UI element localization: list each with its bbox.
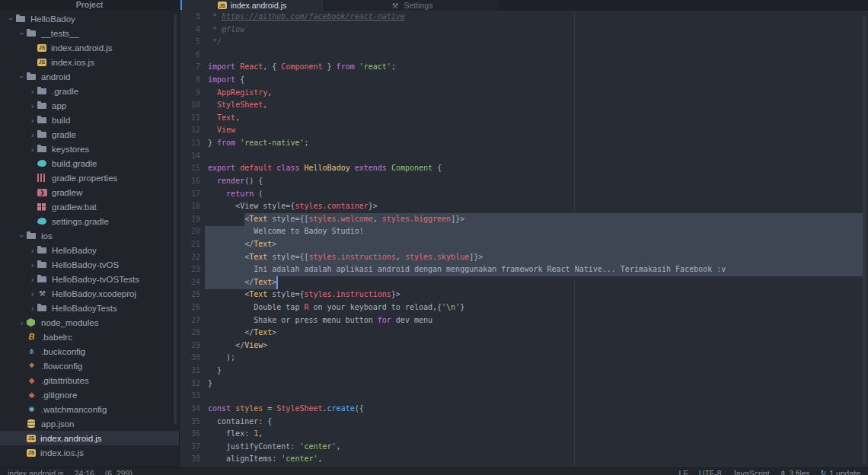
code-line[interactable]: 35 container: {: [180, 416, 868, 429]
status-encoding[interactable]: UTF-8: [699, 469, 722, 475]
chevron-right-icon[interactable]: ›: [27, 247, 37, 254]
tree-item[interactable]: ›settings.gradle: [0, 214, 179, 228]
line-number: 23: [180, 263, 200, 276]
tree-item[interactable]: ›❯gradlew: [0, 185, 179, 199]
chevron-right-icon[interactable]: ›: [27, 88, 37, 95]
code-line[interactable]: 17 return (: [180, 188, 868, 201]
tree-item[interactable]: ›app: [0, 98, 179, 113]
tree-item[interactable]: ›◆.gitattributes: [0, 373, 179, 387]
code-line[interactable]: 29 </View>: [180, 340, 868, 352]
code-line[interactable]: 23 Ini adalah adalah aplikasi android de…: [180, 263, 868, 276]
code-line[interactable]: 28 </Text>: [180, 327, 868, 340]
tree-item[interactable]: ›HelloBadoy: [0, 243, 179, 257]
tree-item[interactable]: ›HelloBadoy-tvOSTests: [0, 272, 179, 286]
tree-item[interactable]: ›◉.watchmanconfig: [0, 402, 179, 416]
tree-item-label: index.ios.js: [51, 58, 94, 67]
code-line[interactable]: 3 * https://github.com/facebook/react-na…: [180, 11, 868, 24]
chevron-right-icon[interactable]: ›: [27, 145, 37, 153]
code-editor[interactable]: 3 * https://github.com/facebook/react-na…: [180, 11, 868, 467]
code-line[interactable]: 12 View: [180, 124, 868, 137]
code-text: import {: [208, 74, 244, 87]
status-git-changes[interactable]: ⋔ 3 files: [780, 469, 810, 475]
tree-item[interactable]: ›JSindex.ios.js: [0, 445, 179, 460]
code-line[interactable]: 4 * @flow: [180, 24, 868, 37]
code-line[interactable]: 5 */: [180, 36, 868, 49]
code-line[interactable]: 26 Double tap R on your keyboard to relo…: [180, 301, 868, 314]
chevron-down-icon[interactable]: ›: [17, 232, 27, 240]
tree-item[interactable]: ›JSindex.android.js: [0, 40, 179, 55]
tree-item[interactable]: ›JSindex.android.js: [0, 431, 179, 445]
code-line[interactable]: 27 Shake or press menu button for dev me…: [180, 314, 868, 327]
code-line[interactable]: 20 Welcome to Badoy Studio!: [180, 225, 868, 238]
code-line[interactable]: 18 <View style={styles.container}>: [180, 200, 868, 213]
tree-item[interactable]: ›gradle.properties: [0, 171, 179, 185]
tree-item[interactable]: ›keystores: [0, 142, 179, 156]
code-line[interactable]: 7import React, { Component } from 'react…: [180, 61, 868, 74]
tree-scrollbar[interactable]: [174, 14, 177, 425]
code-line[interactable]: 36 flex: 1,: [180, 428, 868, 441]
tree-item[interactable]: ›HelloBadoy: [0, 11, 179, 26]
code-line[interactable]: 21 </Text>: [180, 238, 868, 251]
tree-item[interactable]: ›__tests__: [0, 26, 179, 40]
chevron-right-icon[interactable]: ›: [27, 304, 37, 312]
tree-item[interactable]: ›HelloBadoyTests: [0, 301, 179, 315]
tree-item[interactable]: ›JSindex.ios.js: [0, 55, 179, 69]
code-line[interactable]: 14: [180, 150, 868, 163]
code-line[interactable]: 30 );: [180, 352, 868, 365]
chevron-right-icon[interactable]: ›: [27, 131, 37, 139]
tree-item[interactable]: ›❖.flowconfig: [0, 359, 179, 373]
chevron-down-icon[interactable]: ›: [6, 15, 16, 23]
tree-item[interactable]: ›◆.gitignore: [0, 387, 179, 402]
tree-item[interactable]: ›B.babelrc: [0, 330, 179, 344]
chevron-down-icon[interactable]: ›: [17, 73, 27, 81]
chevron-right-icon[interactable]: ›: [17, 319, 27, 327]
line-number: 17: [180, 188, 200, 201]
status-git-updates[interactable]: ↻ 1 update: [821, 469, 860, 475]
chevron-right-icon[interactable]: ›: [27, 290, 37, 298]
code-line[interactable]: 25 <Text style={styles.instructions}>: [180, 289, 868, 301]
code-line[interactable]: 31 }: [180, 365, 868, 378]
chevron-right-icon[interactable]: ›: [27, 102, 37, 110]
code-line[interactable]: 10 StyleSheet,: [180, 99, 868, 112]
chevron-right-icon[interactable]: ›: [27, 261, 37, 269]
status-line-ending[interactable]: LF: [679, 469, 688, 475]
tree-item[interactable]: ›ios: [0, 228, 179, 243]
code-line[interactable]: 11 Text,: [180, 112, 868, 125]
tree-item[interactable]: ›build: [0, 113, 179, 127]
tree-item[interactable]: ›⋔.buckconfig: [0, 344, 179, 359]
code-line[interactable]: 6: [180, 49, 868, 62]
code-line[interactable]: 34const styles = StyleSheet.create({: [180, 403, 868, 416]
code-line[interactable]: 37 justifyContent: 'center',: [180, 441, 868, 454]
tab-index-android-js[interactable]: JSindex.android.js: [180, 0, 324, 11]
status-cursor-position[interactable]: 24:16: [75, 469, 94, 475]
code-line[interactable]: 8import {: [180, 74, 868, 87]
code-line[interactable]: 15export default class HelloBadoy extend…: [180, 162, 868, 175]
code-line[interactable]: 33: [180, 390, 868, 403]
tree-item[interactable]: ›.gradle: [0, 84, 179, 98]
tree-item[interactable]: ›app.json: [0, 416, 179, 431]
tree-item-label: ios: [41, 231, 53, 241]
tree-item[interactable]: ›build.gradle: [0, 156, 179, 171]
code-line[interactable]: 24 </Text>: [180, 276, 868, 289]
tree-item[interactable]: ›⚒HelloBadoy.xcodeproj: [0, 286, 179, 301]
tree-item[interactable]: ›gradlew.bat: [0, 199, 179, 214]
tree-item[interactable]: ›gradle: [0, 127, 179, 142]
code-lines[interactable]: 3 * https://github.com/facebook/react-na…: [180, 11, 868, 467]
code-line[interactable]: 16 render() {: [180, 175, 868, 188]
tree-item[interactable]: ›node_modules: [0, 315, 179, 330]
code-line[interactable]: 19 <Text style={[styles.welcome, styles.…: [180, 213, 868, 226]
code-line[interactable]: 13} from 'react-native';: [180, 137, 868, 150]
editor-pane: JSindex.android.js⚒Settings 3 * https://…: [180, 0, 868, 467]
code-line[interactable]: 32}: [180, 378, 868, 391]
code-line[interactable]: 9 AppRegistry,: [180, 87, 868, 100]
status-grammar[interactable]: JavaScript: [732, 469, 770, 475]
tree-item[interactable]: ›HelloBadoy-tvOS: [0, 257, 179, 272]
line-number: 38: [180, 453, 200, 466]
code-line[interactable]: 38 alignItems: 'center',: [180, 453, 868, 466]
code-line[interactable]: 22 <Text style={[styles.instructions, st…: [180, 251, 868, 264]
tab-settings[interactable]: ⚒Settings: [324, 0, 499, 11]
tree-item[interactable]: ›android: [0, 69, 179, 84]
chevron-right-icon[interactable]: ›: [27, 276, 37, 283]
chevron-down-icon[interactable]: ›: [17, 30, 27, 37]
chevron-right-icon[interactable]: ›: [27, 116, 37, 124]
